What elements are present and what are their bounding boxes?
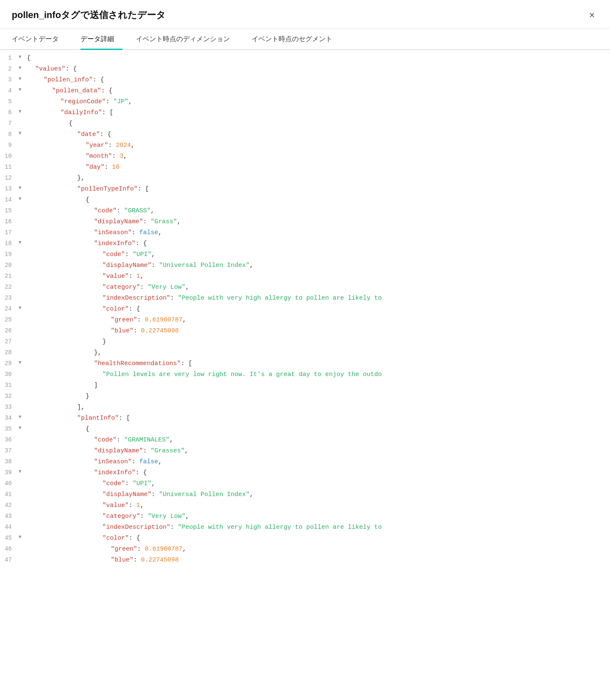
json-line: 15 "code": "GRASS", <box>0 206 610 217</box>
json-line: 12 }, <box>0 173 610 184</box>
json-line: 8 ▼ "date": { <box>0 130 610 141</box>
json-line: 19 "code": "UPI", <box>0 250 610 261</box>
json-line: 22 "category": "Very Low", <box>0 282 610 293</box>
json-line: 24 ▼ "color": { <box>0 304 610 315</box>
json-line: 35 ▼ { <box>0 424 610 435</box>
json-line: 26 "blue": 0.22745098 <box>0 326 610 337</box>
modal-title: pollen_infoタグで送信されたデータ <box>12 9 166 21</box>
json-line: 42 "value": 1, <box>0 501 610 512</box>
json-line: 9 "year": 2024, <box>0 141 610 151</box>
json-line: 37 "displayName": "Grasses", <box>0 446 610 457</box>
json-line: 27 } <box>0 337 610 348</box>
json-line: 31 ] <box>0 381 610 392</box>
json-viewer: 1 ▼ { 2 ▼ "values": { 3 ▼ "pollen_info":… <box>0 50 610 569</box>
content-area: 1 ▼ { 2 ▼ "values": { 3 ▼ "pollen_info":… <box>0 50 610 700</box>
json-line: 46 "green": 0.61960787, <box>0 544 610 555</box>
json-line: 6 ▼ "dailyInfo": [ <box>0 108 610 119</box>
json-line: 28 }, <box>0 348 610 359</box>
json-line: 38 "inSeason": false, <box>0 457 610 468</box>
json-line: 10 "month": 3, <box>0 151 610 162</box>
json-line: 18 ▼ "indexInfo": { <box>0 239 610 250</box>
json-line: 7 { <box>0 119 610 130</box>
json-line: 1 ▼ { <box>0 53 610 64</box>
tabs-container: イベントデータ データ詳細 イベント時点のディメンション イベント時点のセグメン… <box>0 29 610 50</box>
json-line: 21 "value": 1, <box>0 272 610 282</box>
json-line: 17 "inSeason": false, <box>0 228 610 239</box>
json-line: 30 "Pollen levels are very low right now… <box>0 370 610 381</box>
json-line: 43 "category": "Very Low", <box>0 512 610 522</box>
json-line: 36 "code": "GRAMINALES", <box>0 435 610 446</box>
json-line: 33 ], <box>0 402 610 413</box>
modal-header: pollen_infoタグで送信されたデータ × <box>0 0 610 29</box>
json-line: 13 ▼ "pollenTypeInfo": [ <box>0 184 610 195</box>
json-line: 5 "regionCode": "JP", <box>0 97 610 108</box>
tab-data-detail[interactable]: データ詳細 <box>81 29 123 50</box>
json-line: 11 "day": 16 <box>0 162 610 173</box>
tab-dimension[interactable]: イベント時点のディメンション <box>136 29 238 50</box>
json-line: 44 "indexDescription": "People with very… <box>0 522 610 533</box>
json-line: 29 ▼ "healthRecommendations": [ <box>0 359 610 370</box>
json-line: 3 ▼ "pollen_info": { <box>0 75 610 86</box>
json-line: 16 "displayName": "Grass", <box>0 217 610 228</box>
json-line: 4 ▼ "pollen_data": { <box>0 86 610 97</box>
json-line: 2 ▼ "values": { <box>0 64 610 75</box>
tab-event-data[interactable]: イベントデータ <box>12 29 67 50</box>
modal: pollen_infoタグで送信されたデータ × イベントデータ データ詳細 イ… <box>0 0 610 700</box>
json-line: 14 ▼ { <box>0 195 610 206</box>
json-line: 45 ▼ "color": { <box>0 533 610 544</box>
json-line: 47 "blue": 0.22745098 <box>0 555 610 566</box>
json-line: 41 "displayName": "Universal Pollen Inde… <box>0 490 610 501</box>
tab-segment[interactable]: イベント時点のセグメント <box>252 29 341 50</box>
json-line: 20 "displayName": "Universal Pollen Inde… <box>0 261 610 272</box>
json-line: 39 ▼ "indexInfo": { <box>0 468 610 479</box>
json-line: 34 ▼ "plantInfo": [ <box>0 413 610 424</box>
json-line: 25 "green": 0.61960787, <box>0 315 610 326</box>
close-button[interactable]: × <box>586 8 598 22</box>
json-line: 40 "code": "UPI", <box>0 479 610 490</box>
json-line: 32 } <box>0 392 610 402</box>
json-line: 23 "indexDescription": "People with very… <box>0 293 610 304</box>
